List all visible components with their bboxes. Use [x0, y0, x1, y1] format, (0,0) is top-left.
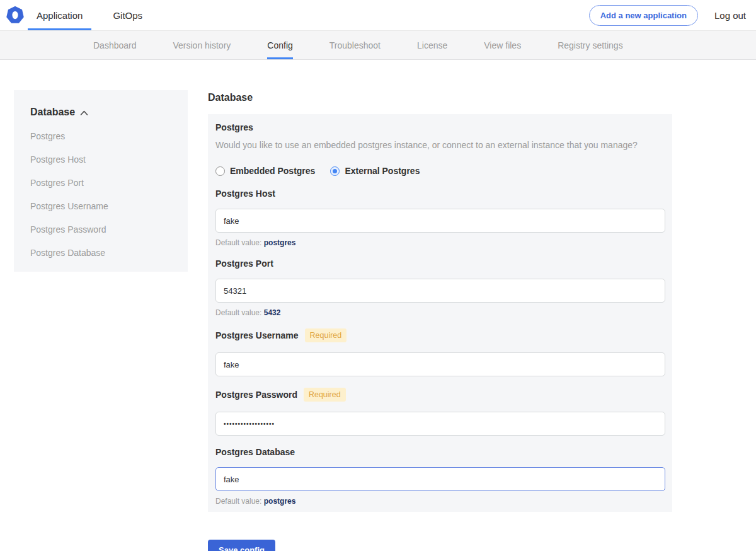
subnav-config[interactable]: Config	[267, 31, 292, 59]
sidebar-item-postgres[interactable]: Postgres	[30, 131, 171, 141]
radio-label-embedded: Embedded Postgres	[230, 166, 315, 176]
subnav-version-history[interactable]: Version history	[173, 31, 231, 59]
postgres-database-input[interactable]	[215, 467, 665, 491]
radio-label-external: External Postgres	[345, 166, 420, 176]
tab-gitops[interactable]: GitOps	[104, 0, 151, 30]
sidebar-item-postgres-port[interactable]: Postgres Port	[30, 178, 171, 188]
postgres-database-default-hint: Default value: postgres	[215, 497, 665, 506]
subnav-view-files[interactable]: View files	[484, 31, 521, 59]
default-value: postgres	[264, 497, 296, 506]
radio-option-embedded-postgres[interactable]: Embedded Postgres	[215, 166, 315, 176]
app-logo[interactable]	[6, 0, 24, 30]
subnav-registry-settings[interactable]: Registry settings	[558, 31, 622, 59]
tab-application-label: Application	[37, 10, 83, 21]
sidebar-item-postgres-database[interactable]: Postgres Database	[30, 248, 171, 258]
sidebar-item-postgres-password[interactable]: Postgres Password	[30, 224, 171, 235]
add-new-application-button[interactable]: Add a new application	[589, 5, 698, 26]
field-postgres-database-label-row: Postgres Database	[215, 447, 665, 457]
subnav-dashboard[interactable]: Dashboard	[93, 31, 137, 59]
default-prefix: Default value:	[215, 497, 264, 506]
page-title: Database	[208, 92, 672, 103]
postgres-password-input[interactable]	[215, 412, 665, 436]
top-tabs: Application GitOps	[28, 0, 151, 30]
field-postgres-password-label-row: Postgres Password Required	[215, 388, 665, 402]
field-label-postgres-port: Postgres Port	[215, 258, 273, 269]
save-config-button[interactable]: Save config	[208, 540, 275, 551]
database-config-panel: Postgres Would you like to use an embedd…	[208, 114, 672, 512]
tab-gitops-label: GitOps	[113, 10, 142, 21]
subnav-troubleshoot[interactable]: Troubleshoot	[329, 31, 381, 59]
postgres-group-label: Postgres	[215, 122, 665, 132]
default-value: postgres	[264, 238, 296, 247]
logout-button[interactable]: Log out	[714, 10, 746, 21]
config-sidebar: Database Postgres Postgres Host Postgres…	[14, 90, 188, 272]
config-main: Database Postgres Would you like to use …	[208, 90, 672, 551]
config-content: Database Postgres Postgres Host Postgres…	[0, 90, 756, 551]
app-subnav: Dashboard Version history Config Trouble…	[0, 31, 756, 60]
header-right: Add a new application Log out	[589, 0, 756, 30]
sidebar-items: Postgres Postgres Host Postgres Port Pos…	[30, 131, 171, 258]
postgres-host-input[interactable]	[215, 209, 665, 233]
required-badge: Required	[304, 388, 346, 402]
field-postgres-port-label-row: Postgres Port	[215, 258, 665, 269]
top-header: Application GitOps Add a new application…	[0, 0, 756, 31]
field-postgres-host-label-row: Postgres Host	[215, 188, 665, 199]
radio-checked-icon[interactable]	[330, 166, 340, 176]
postgres-help-text: Would you like to use an embedded postgr…	[215, 140, 665, 150]
tab-application[interactable]: Application	[28, 0, 91, 30]
field-label-postgres-username: Postgres Username	[215, 330, 299, 340]
field-label-postgres-host: Postgres Host	[215, 188, 275, 199]
required-badge: Required	[305, 328, 347, 342]
sidebar-group-database[interactable]: Database	[30, 107, 171, 118]
field-label-postgres-password: Postgres Password	[215, 390, 297, 400]
postgres-port-input[interactable]	[215, 279, 665, 303]
postgres-username-input[interactable]	[215, 352, 665, 376]
default-prefix: Default value:	[215, 238, 264, 247]
sidebar-item-postgres-username[interactable]: Postgres Username	[30, 201, 171, 211]
field-postgres-username-label-row: Postgres Username Required	[215, 328, 665, 342]
chevron-up-icon	[80, 110, 88, 116]
field-label-postgres-database: Postgres Database	[215, 447, 295, 457]
postgres-host-default-hint: Default value: postgres	[215, 238, 665, 247]
postgres-port-default-hint: Default value: 5432	[215, 308, 665, 317]
postgres-radio-group: Embedded Postgres External Postgres	[215, 166, 665, 176]
sidebar-group-label: Database	[30, 107, 75, 118]
radio-option-external-postgres[interactable]: External Postgres	[330, 166, 420, 176]
default-value: 5432	[264, 308, 281, 317]
kots-logo-icon	[6, 6, 24, 24]
radio-unchecked-icon[interactable]	[215, 166, 225, 176]
sidebar-item-postgres-host[interactable]: Postgres Host	[30, 154, 171, 165]
default-prefix: Default value:	[215, 308, 264, 317]
subnav-license[interactable]: License	[417, 31, 447, 59]
